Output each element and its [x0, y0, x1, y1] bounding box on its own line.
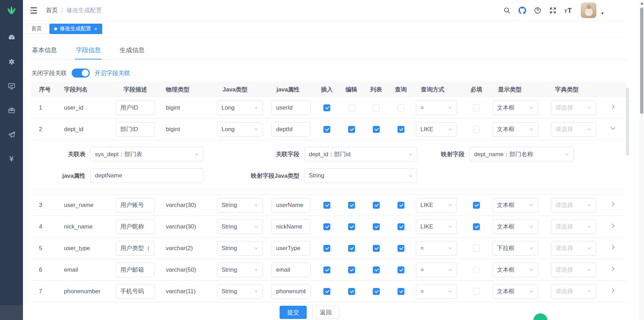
insert-checkbox[interactable] — [323, 104, 330, 111]
insert-checkbox[interactable] — [323, 266, 330, 273]
description-input[interactable] — [116, 101, 155, 115]
required-checkbox[interactable] — [473, 288, 480, 295]
query-type-select[interactable]: = — [416, 241, 457, 256]
font-size-icon[interactable]: TT — [564, 6, 572, 15]
list-checkbox[interactable] — [373, 104, 380, 111]
sidebar-item-money[interactable]: ¥ — [0, 147, 23, 171]
fullscreen-icon[interactable] — [549, 6, 557, 15]
dict-type-select[interactable]: 请选择 — [551, 219, 596, 234]
sidebar-item-dashboard[interactable] — [0, 25, 23, 49]
query-checkbox[interactable] — [397, 126, 404, 133]
association-select[interactable]: dept_id：部门id — [304, 147, 417, 161]
query-type-select[interactable]: LIKE — [416, 198, 457, 213]
dict-type-select[interactable]: 请选择 — [551, 101, 596, 115]
description-input[interactable] — [116, 122, 155, 137]
expand-row-icon[interactable] — [610, 266, 616, 272]
expand-row-icon[interactable] — [610, 201, 616, 207]
edit-checkbox[interactable] — [348, 288, 355, 295]
java-type-select[interactable]: String — [217, 219, 263, 234]
list-checkbox[interactable] — [373, 202, 380, 209]
required-checkbox[interactable] — [473, 202, 480, 209]
tag-current-page[interactable]: 修改生成配置 × — [49, 24, 102, 34]
java-field-input[interactable] — [272, 101, 311, 115]
edit-checkbox[interactable] — [348, 266, 355, 273]
description-input[interactable] — [116, 241, 155, 256]
list-checkbox[interactable] — [373, 245, 380, 252]
association-java-field-input[interactable] — [90, 168, 203, 183]
sidebar-item-settings[interactable] — [0, 49, 23, 74]
insert-checkbox[interactable] — [323, 126, 330, 133]
field-relation-switch[interactable] — [72, 69, 90, 78]
search-icon[interactable] — [503, 6, 511, 15]
association-select[interactable]: dept_name：部门名称 — [469, 147, 574, 161]
edit-checkbox[interactable] — [348, 104, 355, 111]
collapse-row-icon[interactable] — [610, 125, 616, 131]
java-field-input[interactable] — [272, 122, 311, 137]
java-field-input[interactable] — [272, 219, 311, 234]
query-checkbox[interactable] — [397, 202, 404, 209]
menu-fold-icon[interactable] — [29, 6, 38, 15]
page-scrollbar[interactable] — [639, 0, 644, 320]
expand-row-icon[interactable] — [610, 223, 616, 229]
query-type-select[interactable]: = — [416, 263, 457, 277]
breadcrumb-home[interactable]: 首页 — [46, 6, 58, 14]
user-avatar[interactable] — [581, 2, 596, 18]
table-scrollbar-thumb[interactable] — [626, 88, 629, 156]
expand-row-icon[interactable] — [610, 104, 616, 110]
query-checkbox[interactable] — [397, 104, 404, 111]
description-input[interactable] — [116, 198, 155, 213]
required-checkbox[interactable] — [473, 245, 480, 252]
edit-checkbox[interactable] — [348, 223, 355, 230]
insert-checkbox[interactable] — [323, 288, 330, 295]
description-input[interactable] — [116, 263, 155, 277]
app-logo[interactable] — [0, 0, 23, 20]
required-checkbox[interactable] — [473, 223, 480, 230]
query-checkbox[interactable] — [397, 223, 404, 230]
edit-checkbox[interactable] — [348, 202, 355, 209]
github-icon[interactable] — [518, 6, 526, 15]
display-type-select[interactable]: 文本框 — [492, 219, 538, 234]
sidebar-item-toolbox[interactable] — [0, 98, 23, 122]
display-type-select[interactable]: 下拉框 — [492, 241, 538, 256]
query-checkbox[interactable] — [397, 288, 404, 295]
association-java-type-select[interactable]: String — [304, 168, 417, 183]
display-type-select[interactable]: 文本框 — [492, 122, 538, 137]
insert-checkbox[interactable] — [323, 202, 330, 209]
list-checkbox[interactable] — [373, 223, 380, 230]
list-checkbox[interactable] — [373, 288, 380, 295]
java-type-select[interactable]: String — [217, 198, 263, 213]
list-checkbox[interactable] — [373, 126, 380, 133]
expand-row-icon[interactable] — [610, 244, 616, 250]
tag-close-icon[interactable]: × — [94, 26, 97, 32]
java-field-input[interactable] — [272, 263, 311, 277]
tab-basic-info[interactable]: 基本信息 — [31, 45, 58, 59]
edit-checkbox[interactable] — [348, 126, 355, 133]
java-field-input[interactable] — [272, 284, 311, 299]
description-input[interactable] — [116, 219, 155, 234]
sidebar-item-monitor[interactable] — [0, 74, 23, 98]
java-type-select[interactable]: String — [217, 263, 263, 277]
user-menu-caret-icon[interactable]: ▼ — [601, 11, 604, 15]
insert-checkbox[interactable] — [323, 245, 330, 252]
java-type-select[interactable]: String — [217, 241, 263, 256]
dict-type-select[interactable]: 请选择 — [551, 241, 596, 256]
query-checkbox[interactable] — [397, 245, 404, 252]
tab-generate-info[interactable]: 生成信息 — [119, 45, 145, 59]
query-type-select[interactable]: LIKE — [416, 122, 457, 137]
tag-home[interactable]: 首页 — [26, 24, 47, 34]
submit-button[interactable]: 提交 — [280, 306, 307, 319]
description-input[interactable] — [116, 284, 155, 299]
query-type-select[interactable]: = — [416, 101, 457, 115]
dict-type-select[interactable]: 请选择 — [551, 284, 596, 299]
association-select[interactable]: sys_dept：部门表 — [90, 147, 203, 161]
expand-row-icon[interactable] — [610, 287, 616, 294]
dict-type-select[interactable]: 请选择 — [551, 263, 596, 277]
page-scrollbar-thumb[interactable] — [640, 8, 643, 114]
display-type-select[interactable]: 文本框 — [492, 198, 538, 213]
edit-checkbox[interactable] — [348, 245, 355, 252]
java-field-input[interactable] — [272, 241, 311, 256]
list-checkbox[interactable] — [373, 266, 380, 273]
display-type-select[interactable]: 文本框 — [492, 284, 538, 299]
dict-type-select[interactable]: 请选择 — [551, 198, 596, 213]
required-checkbox[interactable] — [473, 126, 480, 133]
